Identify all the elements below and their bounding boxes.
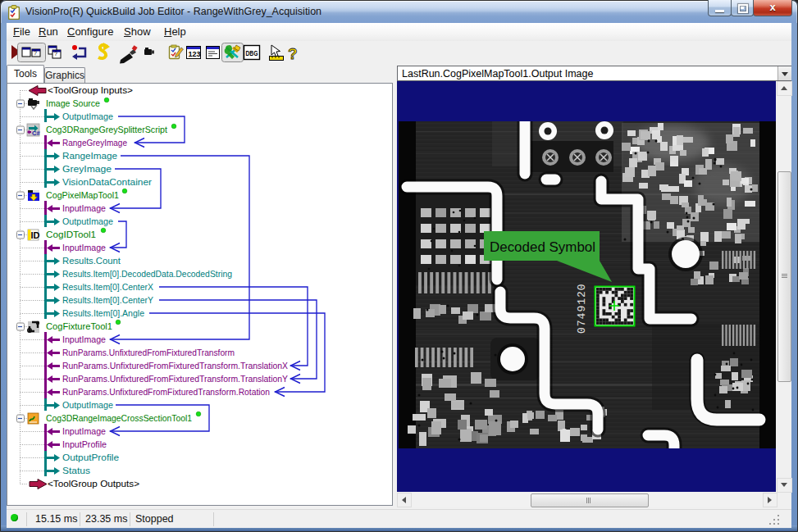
svg-text:RunParams.UnfixturedFromFixtur: RunParams.UnfixturedFromFixturedTransfor… [62,361,289,371]
svg-text:Results.Item[0].CenterX: Results.Item[0].CenterX [62,282,154,292]
svg-text:123: 123 [189,50,201,58]
svg-text:RangeGreyImage: RangeGreyImage [62,138,127,148]
svg-text:Results.Count: Results.Count [62,256,121,266]
svg-text:OutputProfile: OutputProfile [62,452,119,462]
svg-text:CogPixelMapTool1: CogPixelMapTool1 [46,190,119,200]
svg-text:Status: Status [62,466,91,475]
svg-text:InputProfile: InputProfile [62,439,107,449]
svg-text:Results.Item[0].DecodedData.De: Results.Item[0].DecodedData.DecodedStrin… [62,269,232,279]
svg-text:InputImage: InputImage [62,426,106,436]
svg-text:InputImage: InputImage [62,243,106,252]
svg-text:CogFixtureTool1: CogFixtureTool1 [46,321,112,331]
svg-text:OutputImage: OutputImage [62,216,113,226]
svg-text:OutputImage: OutputImage [62,400,113,410]
svg-text:?: ? [288,45,298,62]
svg-text:CogIDTool1: CogIDTool1 [46,230,96,239]
svg-text:<ToolGroup Inputs>: <ToolGroup Inputs> [48,85,133,95]
svg-text:Cog3DRangeImageCrossSectionToo: Cog3DRangeImageCrossSectionTool1 [46,413,192,423]
svg-text:0749120: 0749120 [576,283,588,334]
svg-text:RunParams.UnfixturedFromFixtur: RunParams.UnfixturedFromFixturedTransfor… [62,374,289,384]
svg-text:?: ? [34,50,37,56]
svg-text:InputImage: InputImage [62,203,106,213]
svg-text:RunParams.UnfixturedFromFixtur: RunParams.UnfixturedFromFixturedTransfor… [62,348,235,357]
svg-text:RangeImage: RangeImage [62,151,117,161]
svg-text:OutputImage: OutputImage [62,111,113,121]
svg-text:VisionDataContainer: VisionDataContainer [62,177,152,187]
svg-text:Decoded Symbol: Decoded Symbol [490,239,595,255]
svg-text:Results.Item[0].CenterY: Results.Item[0].CenterY [62,295,154,305]
svg-text:Cog3DRangeGreySplitterScript: Cog3DRangeGreySplitterScript [46,125,167,134]
svg-text:Image Source: Image Source [46,98,100,108]
svg-text:GreyImage: GreyImage [62,164,112,174]
svg-text:ID: ID [31,230,40,240]
svg-text:InputImage: InputImage [62,334,106,344]
svg-text:<ToolGroup Outputs>: <ToolGroup Outputs> [48,479,139,489]
svg-text:C#: C# [32,130,40,137]
svg-text:DBG: DBG [246,49,258,57]
svg-text:?: ? [54,51,57,57]
svg-text:RunParams.UnfixturedFromFixtur: RunParams.UnfixturedFromFixturedTransfor… [62,387,270,397]
svg-text:Results.Item[0].Angle: Results.Item[0].Angle [62,308,144,318]
